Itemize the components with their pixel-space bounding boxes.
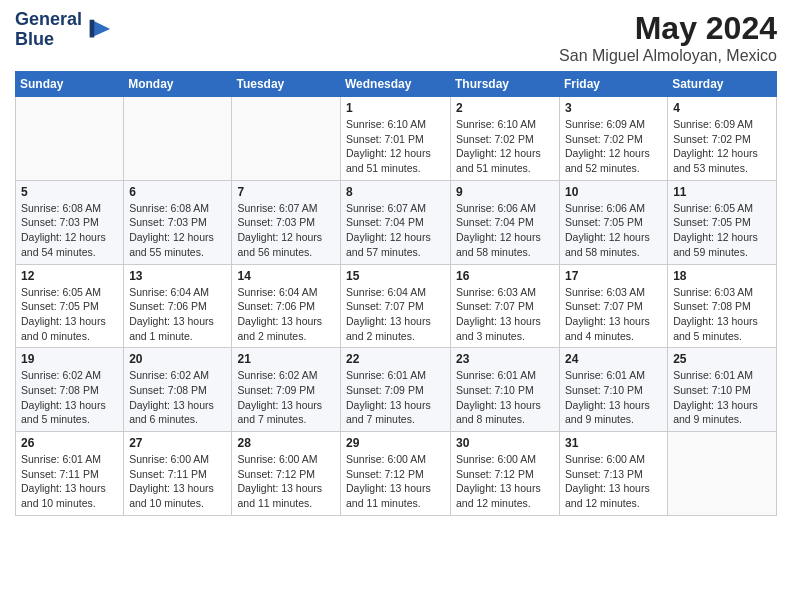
day-number: 22 xyxy=(346,352,445,366)
calendar-header-row: SundayMondayTuesdayWednesdayThursdayFrid… xyxy=(16,72,777,97)
title-area: May 2024 San Miguel Almoloyan, Mexico xyxy=(559,10,777,65)
day-number: 29 xyxy=(346,436,445,450)
day-info: Sunrise: 6:10 AM Sunset: 7:01 PM Dayligh… xyxy=(346,117,445,176)
day-number: 26 xyxy=(21,436,118,450)
day-info: Sunrise: 6:06 AM Sunset: 7:04 PM Dayligh… xyxy=(456,201,554,260)
calendar-day-cell: 13Sunrise: 6:04 AM Sunset: 7:06 PM Dayli… xyxy=(124,264,232,348)
day-info: Sunrise: 6:03 AM Sunset: 7:07 PM Dayligh… xyxy=(565,285,662,344)
calendar-day-cell: 10Sunrise: 6:06 AM Sunset: 7:05 PM Dayli… xyxy=(560,180,668,264)
calendar-day-cell: 18Sunrise: 6:03 AM Sunset: 7:08 PM Dayli… xyxy=(668,264,777,348)
calendar-day-header: Friday xyxy=(560,72,668,97)
day-info: Sunrise: 6:05 AM Sunset: 7:05 PM Dayligh… xyxy=(21,285,118,344)
day-number: 14 xyxy=(237,269,335,283)
day-info: Sunrise: 6:01 AM Sunset: 7:10 PM Dayligh… xyxy=(673,368,771,427)
calendar-day-cell: 30Sunrise: 6:00 AM Sunset: 7:12 PM Dayli… xyxy=(451,432,560,516)
calendar-day-cell: 31Sunrise: 6:00 AM Sunset: 7:13 PM Dayli… xyxy=(560,432,668,516)
day-number: 27 xyxy=(129,436,226,450)
day-info: Sunrise: 6:07 AM Sunset: 7:04 PM Dayligh… xyxy=(346,201,445,260)
sub-title: San Miguel Almoloyan, Mexico xyxy=(559,47,777,65)
calendar-day-header: Wednesday xyxy=(341,72,451,97)
day-info: Sunrise: 6:08 AM Sunset: 7:03 PM Dayligh… xyxy=(129,201,226,260)
day-info: Sunrise: 6:01 AM Sunset: 7:10 PM Dayligh… xyxy=(565,368,662,427)
day-number: 3 xyxy=(565,101,662,115)
day-number: 11 xyxy=(673,185,771,199)
day-number: 17 xyxy=(565,269,662,283)
day-number: 2 xyxy=(456,101,554,115)
calendar-day-cell: 9Sunrise: 6:06 AM Sunset: 7:04 PM Daylig… xyxy=(451,180,560,264)
calendar-day-cell: 19Sunrise: 6:02 AM Sunset: 7:08 PM Dayli… xyxy=(16,348,124,432)
calendar-week-row: 12Sunrise: 6:05 AM Sunset: 7:05 PM Dayli… xyxy=(16,264,777,348)
calendar-day-cell: 6Sunrise: 6:08 AM Sunset: 7:03 PM Daylig… xyxy=(124,180,232,264)
day-number: 18 xyxy=(673,269,771,283)
day-info: Sunrise: 6:01 AM Sunset: 7:10 PM Dayligh… xyxy=(456,368,554,427)
day-number: 7 xyxy=(237,185,335,199)
calendar-day-cell: 7Sunrise: 6:07 AM Sunset: 7:03 PM Daylig… xyxy=(232,180,341,264)
day-number: 21 xyxy=(237,352,335,366)
calendar-day-cell: 12Sunrise: 6:05 AM Sunset: 7:05 PM Dayli… xyxy=(16,264,124,348)
calendar-day-header: Monday xyxy=(124,72,232,97)
day-number: 6 xyxy=(129,185,226,199)
day-info: Sunrise: 6:03 AM Sunset: 7:08 PM Dayligh… xyxy=(673,285,771,344)
day-info: Sunrise: 6:02 AM Sunset: 7:08 PM Dayligh… xyxy=(21,368,118,427)
calendar-day-cell: 21Sunrise: 6:02 AM Sunset: 7:09 PM Dayli… xyxy=(232,348,341,432)
calendar-day-cell: 1Sunrise: 6:10 AM Sunset: 7:01 PM Daylig… xyxy=(341,97,451,181)
day-info: Sunrise: 6:07 AM Sunset: 7:03 PM Dayligh… xyxy=(237,201,335,260)
calendar-day-cell: 28Sunrise: 6:00 AM Sunset: 7:12 PM Dayli… xyxy=(232,432,341,516)
calendar-day-cell: 8Sunrise: 6:07 AM Sunset: 7:04 PM Daylig… xyxy=(341,180,451,264)
calendar-day-header: Saturday xyxy=(668,72,777,97)
day-info: Sunrise: 6:01 AM Sunset: 7:09 PM Dayligh… xyxy=(346,368,445,427)
svg-rect-1 xyxy=(90,20,95,38)
calendar-day-cell: 15Sunrise: 6:04 AM Sunset: 7:07 PM Dayli… xyxy=(341,264,451,348)
calendar-day-cell xyxy=(124,97,232,181)
day-info: Sunrise: 6:06 AM Sunset: 7:05 PM Dayligh… xyxy=(565,201,662,260)
calendar-week-row: 1Sunrise: 6:10 AM Sunset: 7:01 PM Daylig… xyxy=(16,97,777,181)
day-info: Sunrise: 6:10 AM Sunset: 7:02 PM Dayligh… xyxy=(456,117,554,176)
day-number: 25 xyxy=(673,352,771,366)
day-number: 10 xyxy=(565,185,662,199)
calendar-day-cell: 24Sunrise: 6:01 AM Sunset: 7:10 PM Dayli… xyxy=(560,348,668,432)
day-info: Sunrise: 6:04 AM Sunset: 7:07 PM Dayligh… xyxy=(346,285,445,344)
day-info: Sunrise: 6:04 AM Sunset: 7:06 PM Dayligh… xyxy=(237,285,335,344)
calendar-day-cell: 22Sunrise: 6:01 AM Sunset: 7:09 PM Dayli… xyxy=(341,348,451,432)
calendar-day-cell: 20Sunrise: 6:02 AM Sunset: 7:08 PM Dayli… xyxy=(124,348,232,432)
day-number: 28 xyxy=(237,436,335,450)
day-info: Sunrise: 6:00 AM Sunset: 7:13 PM Dayligh… xyxy=(565,452,662,511)
day-number: 30 xyxy=(456,436,554,450)
calendar-day-cell: 17Sunrise: 6:03 AM Sunset: 7:07 PM Dayli… xyxy=(560,264,668,348)
main-title: May 2024 xyxy=(559,10,777,47)
day-info: Sunrise: 6:09 AM Sunset: 7:02 PM Dayligh… xyxy=(673,117,771,176)
calendar-day-cell: 14Sunrise: 6:04 AM Sunset: 7:06 PM Dayli… xyxy=(232,264,341,348)
logo: GeneralBlue xyxy=(15,10,112,50)
calendar-day-cell: 25Sunrise: 6:01 AM Sunset: 7:10 PM Dayli… xyxy=(668,348,777,432)
calendar-day-cell xyxy=(16,97,124,181)
page-header: GeneralBlue May 2024 San Miguel Almoloya… xyxy=(15,10,777,65)
calendar-day-header: Sunday xyxy=(16,72,124,97)
day-number: 15 xyxy=(346,269,445,283)
day-info: Sunrise: 6:04 AM Sunset: 7:06 PM Dayligh… xyxy=(129,285,226,344)
day-info: Sunrise: 6:01 AM Sunset: 7:11 PM Dayligh… xyxy=(21,452,118,511)
calendar-day-cell: 23Sunrise: 6:01 AM Sunset: 7:10 PM Dayli… xyxy=(451,348,560,432)
calendar-day-cell: 29Sunrise: 6:00 AM Sunset: 7:12 PM Dayli… xyxy=(341,432,451,516)
calendar-body: 1Sunrise: 6:10 AM Sunset: 7:01 PM Daylig… xyxy=(16,97,777,516)
logo-text: GeneralBlue xyxy=(15,10,82,50)
day-number: 24 xyxy=(565,352,662,366)
day-info: Sunrise: 6:00 AM Sunset: 7:12 PM Dayligh… xyxy=(456,452,554,511)
day-info: Sunrise: 6:05 AM Sunset: 7:05 PM Dayligh… xyxy=(673,201,771,260)
day-info: Sunrise: 6:00 AM Sunset: 7:12 PM Dayligh… xyxy=(346,452,445,511)
day-number: 1 xyxy=(346,101,445,115)
calendar-week-row: 5Sunrise: 6:08 AM Sunset: 7:03 PM Daylig… xyxy=(16,180,777,264)
day-number: 4 xyxy=(673,101,771,115)
calendar-day-cell: 2Sunrise: 6:10 AM Sunset: 7:02 PM Daylig… xyxy=(451,97,560,181)
day-number: 31 xyxy=(565,436,662,450)
calendar-day-cell: 26Sunrise: 6:01 AM Sunset: 7:11 PM Dayli… xyxy=(16,432,124,516)
day-info: Sunrise: 6:00 AM Sunset: 7:12 PM Dayligh… xyxy=(237,452,335,511)
day-number: 12 xyxy=(21,269,118,283)
day-number: 16 xyxy=(456,269,554,283)
calendar-week-row: 19Sunrise: 6:02 AM Sunset: 7:08 PM Dayli… xyxy=(16,348,777,432)
calendar-day-header: Thursday xyxy=(451,72,560,97)
day-info: Sunrise: 6:02 AM Sunset: 7:09 PM Dayligh… xyxy=(237,368,335,427)
day-number: 23 xyxy=(456,352,554,366)
calendar-day-cell: 3Sunrise: 6:09 AM Sunset: 7:02 PM Daylig… xyxy=(560,97,668,181)
svg-marker-0 xyxy=(93,20,110,36)
calendar-table: SundayMondayTuesdayWednesdayThursdayFrid… xyxy=(15,71,777,516)
